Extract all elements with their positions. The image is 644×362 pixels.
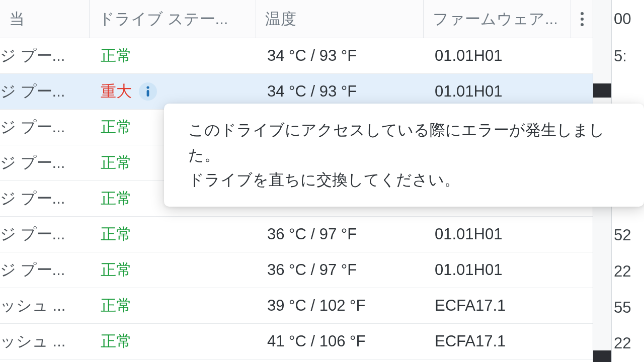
panel-text: 55	[614, 299, 631, 317]
cell-firmware: 01.01H01	[424, 225, 571, 243]
status-ok: 正常	[101, 45, 132, 66]
cell-temperature: 36 °C / 97 °F	[256, 261, 424, 279]
tooltip-line: ドライブを直ちに交換してください。	[188, 167, 620, 193]
cell-assign: ジ プー...	[0, 188, 90, 209]
cell-drive-state: 正常	[90, 224, 256, 245]
panel-text: 52	[614, 226, 631, 244]
tooltip-line: このドライブにアクセスしている際にエラーが発生しました。	[188, 118, 620, 167]
cell-firmware: 01.01H01	[424, 47, 571, 65]
cell-assign: ジ プー...	[0, 259, 90, 281]
cell-drive-state: 正常	[90, 259, 256, 281]
cell-assign: ジ プー...	[0, 152, 90, 173]
status-critical: 重大	[101, 81, 132, 102]
cell-firmware: 01.01H01	[424, 82, 571, 101]
cell-assign: ッシュ ...	[0, 295, 90, 316]
cell-drive-state: 重大	[90, 81, 256, 102]
cell-assign: ジ プー...	[0, 224, 90, 245]
cell-temperature: 41 °C / 106 °F	[256, 332, 424, 350]
svg-rect-1	[147, 90, 149, 97]
status-ok: 正常	[101, 152, 132, 173]
col-header-firmware[interactable]: ファームウェア...	[424, 0, 571, 38]
cell-firmware: ECFA17.1	[424, 297, 571, 315]
table-header-row: 当 ドライブ ステー... 温度 ファームウェア...	[0, 0, 593, 38]
cell-firmware: 01.01H01	[424, 261, 571, 279]
status-ok: 正常	[101, 331, 132, 352]
scrollbar-thumb[interactable]	[593, 83, 611, 98]
cell-assign: ジ プー...	[0, 117, 90, 138]
cell-assign: ジ プー...	[0, 45, 90, 66]
info-icon[interactable]	[139, 82, 157, 101]
column-options-button[interactable]	[571, 0, 593, 38]
cell-assign: ジ プー...	[0, 81, 90, 102]
scrollbar-thumb[interactable]	[593, 350, 611, 362]
panel-text: 22	[614, 262, 631, 281]
col-header-temperature[interactable]: 温度	[256, 0, 424, 38]
cell-temperature: 36 °C / 97 °F	[256, 225, 424, 243]
table-row[interactable]: ジ プー...正常36 °C / 97 °F01.01H01	[0, 252, 593, 288]
col-header-assign[interactable]: 当	[0, 0, 90, 38]
table-row[interactable]: ジ プー...正常34 °C / 93 °F01.01H01	[0, 38, 593, 74]
drive-error-tooltip: このドライブにアクセスしている際にエラーが発生しました。 ドライブを直ちに交換し…	[164, 104, 644, 207]
panel-text: 22	[614, 334, 631, 352]
col-header-drive-state[interactable]: ドライブ ステー...	[90, 0, 256, 38]
cell-temperature: 34 °C / 93 °F	[256, 82, 424, 101]
status-ok: 正常	[101, 259, 132, 281]
panel-text: 00	[614, 10, 631, 28]
table-row[interactable]: ッシュ ...正常41 °C / 106 °FECFA17.1	[0, 324, 593, 359]
cell-drive-state: 正常	[90, 295, 256, 316]
status-ok: 正常	[101, 295, 132, 316]
cell-drive-state: 正常	[90, 331, 256, 352]
svg-point-0	[146, 86, 149, 88]
panel-text: 5:	[614, 47, 627, 65]
cell-temperature: 34 °C / 93 °F	[256, 47, 424, 65]
cell-assign: ッシュ ...	[0, 331, 90, 352]
status-ok: 正常	[101, 188, 132, 209]
cell-drive-state: 正常	[90, 45, 256, 66]
status-ok: 正常	[101, 224, 132, 245]
kebab-icon	[571, 0, 593, 38]
cell-firmware: ECFA17.1	[424, 332, 571, 350]
cell-temperature: 39 °C / 102 °F	[256, 297, 424, 315]
status-ok: 正常	[101, 117, 132, 138]
table-row[interactable]: ジ プー...正常36 °C / 97 °F01.01H01	[0, 217, 593, 252]
table-row[interactable]: ッシュ ...正常39 °C / 102 °FECFA17.1	[0, 288, 593, 324]
